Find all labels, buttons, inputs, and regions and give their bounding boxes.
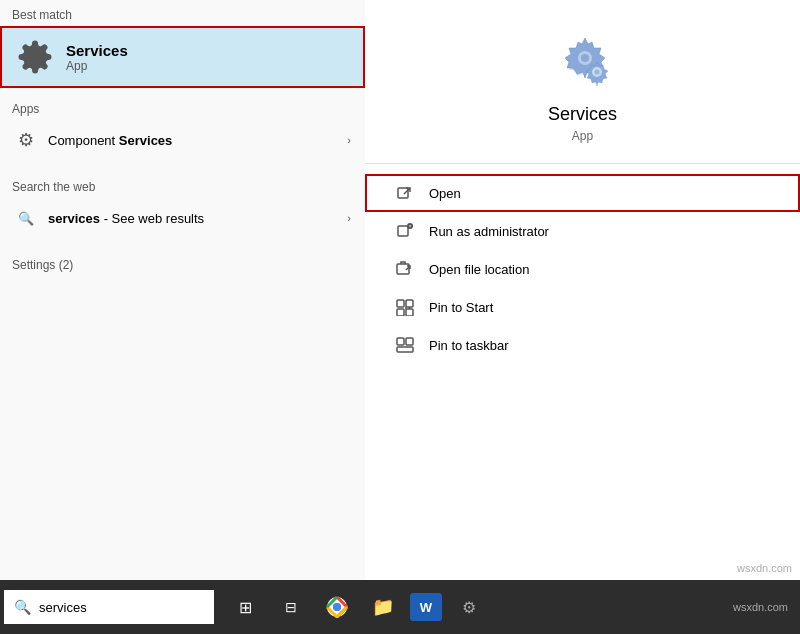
taskbar-right: wsxdn.com xyxy=(733,601,800,613)
open-icon xyxy=(395,183,415,203)
apps-label: Apps xyxy=(0,94,365,120)
svg-rect-14 xyxy=(406,309,413,316)
taskbar-search-icon: 🔍 xyxy=(14,599,31,615)
run-as-admin-label: Run as administrator xyxy=(429,224,549,239)
task-view-button[interactable]: ⊟ xyxy=(272,588,310,626)
pin-to-taskbar-action[interactable]: Pin to taskbar xyxy=(365,326,800,364)
best-match-item[interactable]: Services App xyxy=(0,26,365,88)
svg-rect-11 xyxy=(397,300,404,307)
right-panel: Services App Open xyxy=(365,0,800,580)
settings-taskbar-icon[interactable]: ⚙ xyxy=(450,588,488,626)
best-match-label: Best match xyxy=(0,0,365,26)
svg-rect-8 xyxy=(398,226,408,236)
run-as-admin-icon xyxy=(395,221,415,241)
best-match-title: Services xyxy=(66,42,128,59)
svg-point-20 xyxy=(333,603,341,611)
component-services-label: Component Services xyxy=(48,133,172,148)
component-services-chevron: › xyxy=(347,134,351,146)
open-label: Open xyxy=(429,186,461,201)
start-button[interactable]: ⊞ xyxy=(226,588,264,626)
pin-to-taskbar-label: Pin to taskbar xyxy=(429,338,509,353)
services-icon-large xyxy=(551,30,615,94)
open-file-location-icon xyxy=(395,259,415,279)
app-name-large: Services xyxy=(548,104,617,125)
open-file-location-action[interactable]: Open file location xyxy=(365,250,800,288)
web-search-chevron: › xyxy=(347,212,351,224)
taskbar-search-input[interactable] xyxy=(39,600,199,615)
svg-point-3 xyxy=(581,54,589,62)
web-section: Search the web 🔍 services - See web resu… xyxy=(0,166,365,244)
taskbar: 🔍 ⊞ ⊟ 📁 W ⚙ wsxdn.com xyxy=(0,580,800,634)
settings-section: Settings (2) xyxy=(0,244,365,282)
settings-label: Settings (2) xyxy=(0,250,365,276)
word-icon[interactable]: W xyxy=(410,593,442,621)
run-as-admin-action[interactable]: Run as administrator xyxy=(365,212,800,250)
apps-section: Apps ⚙ Component Services › xyxy=(0,88,365,166)
app-detail: Services App xyxy=(365,30,800,164)
actions-list: Open Run as administrator xyxy=(365,164,800,374)
component-services-icon: ⚙ xyxy=(14,128,38,152)
web-search-icon: 🔍 xyxy=(14,206,38,230)
search-panel: Best match Services App Apps ⚙ Component… xyxy=(0,0,365,580)
svg-rect-17 xyxy=(397,347,413,352)
web-search-item[interactable]: 🔍 services - See web results › xyxy=(0,198,365,238)
open-action[interactable]: Open xyxy=(365,174,800,212)
pin-to-taskbar-icon xyxy=(395,335,415,355)
best-match-text: Services App xyxy=(66,42,128,73)
chrome-icon[interactable] xyxy=(318,588,356,626)
svg-rect-7 xyxy=(398,188,408,198)
pin-to-start-label: Pin to Start xyxy=(429,300,493,315)
taskbar-search-box[interactable]: 🔍 xyxy=(4,590,214,624)
web-search-label: services - See web results xyxy=(48,211,204,226)
web-label: Search the web xyxy=(0,172,365,198)
pin-to-start-icon xyxy=(395,297,415,317)
taskbar-icons: ⊞ ⊟ 📁 W ⚙ xyxy=(226,588,488,626)
component-services-item[interactable]: ⚙ Component Services › xyxy=(0,120,365,160)
svg-rect-15 xyxy=(397,338,404,345)
app-type: App xyxy=(572,129,593,143)
folder-icon[interactable]: 📁 xyxy=(364,588,402,626)
svg-rect-12 xyxy=(406,300,413,307)
best-match-subtitle: App xyxy=(66,59,128,73)
svg-point-6 xyxy=(594,70,599,75)
svg-rect-16 xyxy=(406,338,413,345)
open-file-location-label: Open file location xyxy=(429,262,529,277)
taskbar-time: wsxdn.com xyxy=(733,601,788,613)
services-icon-small xyxy=(16,38,54,76)
watermark: wsxdn.com xyxy=(737,562,792,574)
pin-to-start-action[interactable]: Pin to Start xyxy=(365,288,800,326)
svg-rect-13 xyxy=(397,309,404,316)
